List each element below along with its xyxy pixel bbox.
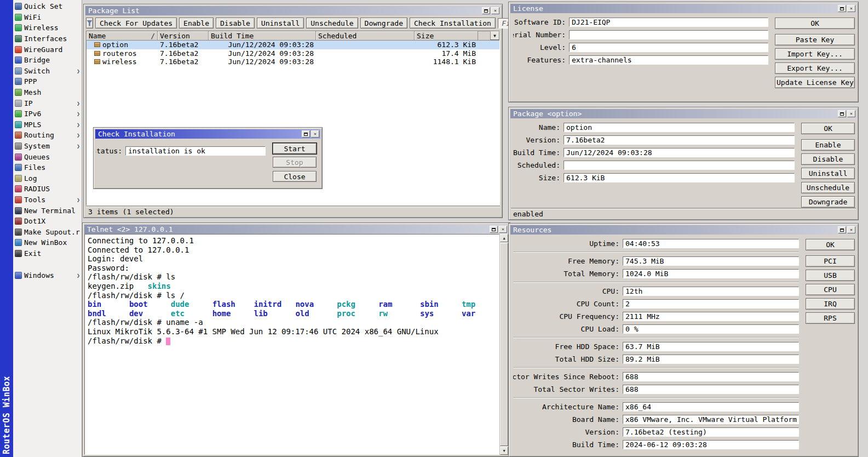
resources-cpu-button[interactable]: CPU (806, 284, 855, 295)
field-total-memory[interactable]: 1024.0 MiB (623, 269, 799, 278)
package-option-ok-button[interactable]: OK (801, 123, 855, 134)
toolbar-button-check-for-updates[interactable]: Check For Updates (95, 18, 177, 28)
sidebar-item-bridge[interactable]: Bridge (13, 55, 82, 66)
close-button[interactable]: Close (273, 171, 317, 182)
package-option-downgrade-button[interactable]: Downgrade (801, 196, 855, 208)
close-button[interactable]: ✕ (847, 110, 855, 117)
field-software-id[interactable]: DJ21-EIQP (569, 18, 768, 27)
license-paste-key-button[interactable]: Paste Key (775, 34, 855, 45)
resources-titlebar[interactable]: Resources ✕ (510, 225, 856, 235)
table-row[interactable]: routeros7.16beta2Jun/12/2024 09:03:2817.… (87, 49, 499, 58)
field-build-time[interactable]: Jun/12/2024 09:03:28 (564, 148, 795, 157)
field-build-time[interactable]: 2024-06-12 09:03:28 (623, 440, 799, 449)
package-option-enable-button[interactable]: Enable (801, 139, 855, 151)
sidebar-item-radius[interactable]: RADIUS (13, 184, 82, 195)
terminal-scrollbar[interactable]: ▲ ▼ (499, 234, 508, 455)
sidebar-item-wireless[interactable]: Wireless (13, 22, 82, 33)
sidebar-item-new-winbox[interactable]: New WinBox (13, 237, 82, 248)
toolbar-button-uninstall[interactable]: Uninstall (257, 18, 304, 28)
sidebar-item-tools[interactable]: Tools❯ (13, 195, 82, 205)
field-version[interactable]: 7.16beta2 (564, 135, 795, 145)
sidebar-item-log[interactable]: Log (13, 173, 82, 184)
field-total-sector-writes[interactable]: 688 (623, 385, 799, 394)
field-cpu-count[interactable]: 2 (623, 299, 799, 309)
resources-rps-button[interactable]: RPS (806, 312, 855, 324)
field-scheduled[interactable] (564, 161, 795, 170)
sidebar-item-new-terminal[interactable]: New Terminal (13, 205, 82, 216)
toolbar-button-enable[interactable]: Enable (179, 18, 214, 28)
sidebar-item-wifi[interactable]: WiFi (13, 12, 82, 23)
sidebar-item-wireguard[interactable]: WireGuard (13, 44, 82, 55)
column-header-version[interactable]: Version (158, 31, 209, 40)
sidebar-item-files[interactable]: Files (13, 162, 82, 173)
field-total-hdd-size[interactable]: 89.2 MiB (623, 355, 799, 364)
sidebar-item-make-supout-rif[interactable]: Make Supout.rif (13, 226, 82, 237)
field-architecture-name[interactable]: x86_64 (623, 402, 799, 412)
restore-button[interactable] (490, 226, 498, 233)
column-header-build-time[interactable]: Build Time (209, 31, 316, 40)
toolbar-button-disable[interactable]: Disable (216, 18, 255, 28)
resources-irq-button[interactable]: IRQ (806, 298, 855, 310)
table-row[interactable]: option7.16beta2Jun/12/2024 09:03:28612.3… (87, 41, 499, 49)
start-button[interactable]: Start (273, 143, 317, 154)
resources-usb-button[interactable]: USB (806, 270, 855, 281)
scroll-up-button[interactable]: ▲ (500, 234, 508, 242)
sidebar-item-interfaces[interactable]: Interfaces (13, 33, 82, 44)
restore-button[interactable] (482, 7, 490, 14)
column-header-size[interactable]: Size (415, 31, 478, 40)
field-free-memory[interactable]: 745.3 MiB (623, 256, 799, 266)
close-button[interactable]: ✕ (847, 5, 855, 12)
field-cpu-load[interactable]: 0 % (623, 324, 799, 334)
sidebar-item-windows[interactable]: Windows❯ (13, 270, 82, 281)
package-option-uninstall-button[interactable]: Uninstall (801, 168, 855, 179)
close-button[interactable]: ✕ (311, 130, 319, 138)
sidebar-item-mpls[interactable]: MPLS❯ (13, 119, 82, 130)
sidebar-item-exit[interactable]: Exit (13, 248, 82, 259)
package-list-titlebar[interactable]: Package List ✕ (85, 6, 501, 15)
check-installation-titlebar[interactable]: Check Installation ✕ (95, 129, 320, 139)
resources-ok-button[interactable]: OK (806, 239, 855, 250)
telnet-titlebar[interactable]: Telnet <2> 127.0.0.1 ✕ (84, 225, 508, 234)
field-cpu[interactable]: 12th (623, 287, 799, 296)
license-titlebar[interactable]: License ✕ (510, 4, 856, 13)
table-row[interactable]: wireless7.16beta2Jun/12/2024 09:03:28114… (87, 58, 499, 66)
field-free-hdd-space[interactable]: 63.7 MiB (623, 342, 799, 351)
sidebar-item-mesh[interactable]: Mesh (13, 87, 82, 98)
field-level[interactable]: 6 (569, 43, 768, 52)
toolbar-button-unschedule[interactable]: Unschedule (306, 18, 358, 28)
field-features[interactable]: extra-channels (569, 55, 768, 65)
sidebar-item-queues[interactable]: Queues (13, 151, 82, 162)
package-option-titlebar[interactable]: Package <option> ✕ (510, 109, 856, 118)
stop-button[interactable]: Stop (273, 157, 317, 168)
sidebar-item-switch[interactable]: Switch❯ (13, 66, 82, 77)
field-board-name[interactable]: x86 VMware, Inc. VMware Virtual Platform (623, 415, 799, 424)
close-button[interactable]: ✕ (847, 226, 855, 233)
scroll-thumb[interactable] (500, 243, 508, 446)
column-header-scheduled[interactable]: Scheduled (316, 31, 415, 40)
filter-button[interactable] (86, 18, 93, 28)
close-button[interactable]: ✕ (499, 226, 507, 233)
field-sector-writes-since-reboot[interactable]: 688 (623, 372, 799, 381)
restore-button[interactable] (838, 5, 846, 12)
sidebar-item-dot1x[interactable]: Dot1X (13, 216, 82, 227)
terminal-output[interactable]: Connecting to 127.0.0.1Connected to 127.… (84, 234, 499, 455)
license-export-key-button[interactable]: Export Key... (775, 62, 855, 74)
field-size[interactable]: 612.3 KiB (564, 173, 795, 182)
toolbar-button-downgrade[interactable]: Downgrade (360, 18, 407, 28)
sidebar-item-quick-set[interactable]: Quick Set (13, 1, 82, 12)
sidebar-item-ip[interactable]: IP❯ (13, 98, 82, 108)
scroll-down-button[interactable]: ▼ (500, 447, 508, 455)
field-version[interactable]: 7.16beta2 (testing) (623, 427, 799, 437)
field-name[interactable]: option (564, 123, 795, 132)
column-selector-button[interactable]: ▼ (490, 31, 499, 40)
field-uptime[interactable]: 04:40:53 (623, 239, 799, 248)
field-cpu-frequency[interactable]: 2111 MHz (623, 312, 799, 321)
column-header-name[interactable]: Name/ (87, 31, 158, 40)
field-serial-number[interactable] (569, 30, 768, 39)
sidebar-item-routing[interactable]: Routing❯ (13, 130, 82, 141)
package-option-unschedule-button[interactable]: Unschedule (801, 182, 855, 193)
resources-pci-button[interactable]: PCI (806, 255, 855, 267)
package-option-disable-button[interactable]: Disable (801, 153, 855, 165)
license-update-license-key-button[interactable]: Update License Key (775, 77, 855, 88)
restore-button[interactable] (302, 130, 310, 138)
